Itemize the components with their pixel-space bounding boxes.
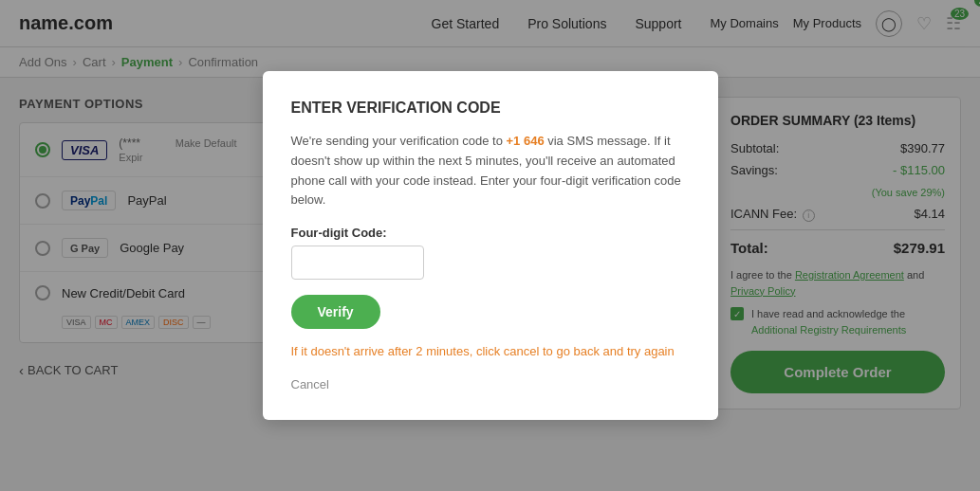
modal-description: We're sending your verification code to … bbox=[291, 132, 690, 210]
modal-phone: +1 646 bbox=[506, 134, 544, 148]
modal-title: ENTER VERIFICATION CODE bbox=[291, 100, 690, 117]
verify-button[interactable]: Verify bbox=[291, 295, 380, 329]
retry-text: If it doesn't arrive after 2 minutes, cl… bbox=[291, 344, 690, 358]
verification-code-input[interactable] bbox=[291, 246, 424, 280]
verification-modal: ENTER VERIFICATION CODE We're sending yo… bbox=[263, 71, 718, 420]
code-label: Four-digit Code: bbox=[291, 226, 690, 240]
modal-desc-part1: We're sending your verification code to bbox=[291, 134, 507, 148]
cancel-link[interactable]: Cancel bbox=[291, 377, 329, 391]
modal-overlay[interactable]: ENTER VERIFICATION CODE We're sending yo… bbox=[0, 0, 980, 428]
